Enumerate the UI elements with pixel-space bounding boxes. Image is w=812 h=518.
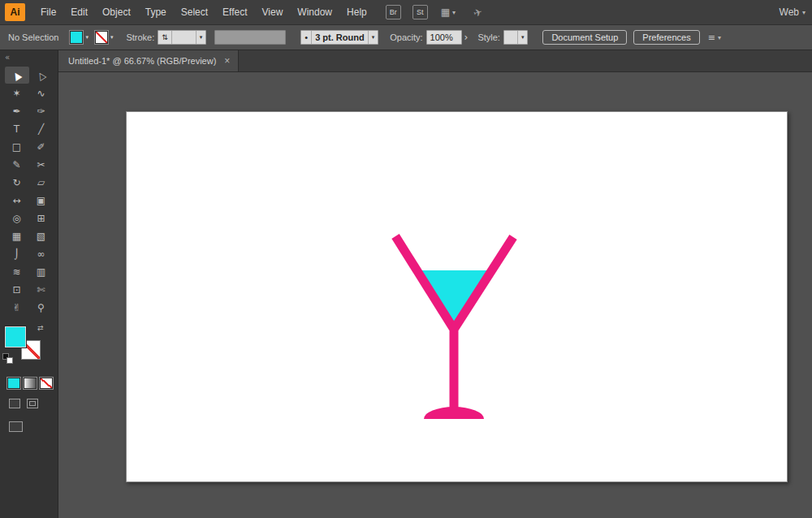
menu-item-help[interactable]: Help [339, 0, 374, 24]
document-tab[interactable]: Untitled-1* @ 66.67% (RGB/Preview) × [58, 50, 239, 71]
illustrator-logo-icon: Ai [5, 3, 25, 21]
opacity-input[interactable]: 100% [426, 30, 462, 45]
shape-builder-tool[interactable]: ◎ [5, 209, 29, 227]
gradient-button[interactable] [24, 378, 37, 389]
magic-wand-tool[interactable]: ✶ [5, 84, 29, 101]
stroke-weight-label: Stroke: [126, 32, 154, 42]
close-icon[interactable]: × [224, 56, 230, 66]
fill-color-swatch[interactable] [70, 31, 83, 44]
draw-normal-button[interactable] [9, 399, 20, 408]
scale-tool[interactable]: ▱ [29, 174, 54, 191]
none-button[interactable] [40, 378, 53, 389]
menu-item-type[interactable]: Type [138, 0, 174, 24]
chevron-down-icon[interactable]: ▾ [196, 31, 206, 44]
magic-wand-tool-icon: ✶ [12, 88, 20, 98]
menu-item-file[interactable]: File [33, 0, 63, 24]
curvature-tool[interactable]: ✑ [29, 102, 54, 119]
pen-tool[interactable]: ✒ [5, 102, 29, 119]
direct-selection-tool-icon: △ [35, 69, 46, 81]
selection-tool[interactable]: ▲ [5, 67, 29, 84]
align-icon: ≡ [708, 32, 715, 43]
fill-stroke-widget: ⇄ [0, 324, 58, 371]
collapse-panel-button[interactable]: « [0, 50, 58, 67]
pencil-tool[interactable]: ✎ [5, 156, 29, 173]
slice-tool-icon: ✄ [37, 285, 45, 295]
artboard-tool[interactable]: ⊡ [5, 281, 29, 298]
preferences-button[interactable]: Preferences [633, 30, 699, 45]
rectangle-tool[interactable]: □ [5, 138, 29, 155]
canvas-viewport[interactable] [58, 72, 812, 518]
illustrator-window: Ai FileEditObjectTypeSelectEffectViewWin… [0, 0, 812, 518]
artboard-tool-icon: ⊡ [12, 285, 20, 295]
glass-base[interactable] [424, 407, 484, 419]
workspace-switcher[interactable]: Web ▾ [780, 6, 807, 18]
menu-bar: Ai FileEditObjectTypeSelectEffectViewWin… [0, 0, 812, 24]
stroke-weight-spinner-icon[interactable]: ⇅ [158, 31, 171, 44]
opacity-panel-expander-icon[interactable]: › [464, 32, 469, 43]
type-tool[interactable]: T [5, 120, 29, 137]
align-options-control[interactable]: ≡ ▾ [708, 32, 721, 43]
curvature-tool-icon: ✑ [37, 106, 45, 116]
main-area: « ▲△✶∿✒✑T╱□✐✎✂↻▱↔▣◎⊞▦▧⌡∞≋▥⊡✄✌⚲ ⇄ [0, 50, 812, 518]
fill-proxy-swatch[interactable] [5, 326, 26, 347]
direct-selection-tool[interactable]: △ [29, 67, 54, 84]
stroke-weight-combo[interactable]: ⇅ ▾ [158, 30, 206, 45]
line-segment-tool[interactable]: ╱ [29, 120, 54, 137]
menu-items: FileEditObjectTypeSelectEffectViewWindow… [33, 0, 374, 24]
stock-button[interactable]: St [412, 5, 428, 19]
type-tool-icon: T [14, 124, 19, 134]
menu-item-select[interactable]: Select [174, 0, 215, 24]
rotate-tool-icon: ↻ [12, 178, 20, 188]
menu-item-window[interactable]: Window [290, 0, 339, 24]
gpu-performance-rocket-icon[interactable]: ✈ [472, 5, 484, 19]
graphic-style-combo[interactable]: ▾ [503, 30, 529, 45]
slice-tool[interactable]: ✄ [29, 281, 54, 298]
gradient-tool[interactable]: ▧ [29, 227, 54, 244]
menu-item-object[interactable]: Object [95, 0, 138, 24]
selection-status: No Selection [8, 32, 58, 42]
paintbrush-tool[interactable]: ✐ [29, 138, 54, 155]
swap-fill-stroke-icon[interactable]: ⇄ [37, 324, 44, 332]
free-transform-tool[interactable]: ▣ [29, 192, 54, 209]
stroke-weight-value[interactable] [171, 31, 196, 44]
menu-item-edit[interactable]: Edit [63, 0, 95, 24]
opacity-value: 100% [430, 32, 453, 42]
bridge-button[interactable]: Br [386, 5, 401, 19]
rotate-tool[interactable]: ↻ [5, 174, 29, 191]
menu-item-effect[interactable]: Effect [215, 0, 254, 24]
stroke-color-swatch[interactable] [95, 31, 108, 44]
perspective-grid-tool-icon: ⊞ [37, 214, 45, 223]
default-fill-stroke-icon[interactable] [2, 353, 14, 365]
menu-item-view[interactable]: View [255, 0, 291, 24]
fill-color-control[interactable]: ▾ [70, 31, 89, 44]
eyedropper-tool[interactable]: ⌡ [5, 245, 29, 262]
draw-behind-button[interactable] [27, 399, 38, 408]
blend-tool-icon: ∞ [37, 249, 45, 259]
scissors-tool[interactable]: ✂ [29, 156, 54, 173]
zoom-tool-icon: ⚲ [37, 303, 45, 313]
width-tool[interactable]: ↔ [5, 192, 29, 209]
perspective-grid-tool[interactable]: ⊞ [29, 209, 54, 227]
stroke-color-control[interactable]: ▾ [95, 31, 114, 44]
document-setup-button[interactable]: Document Setup [542, 30, 627, 45]
chevron-down-icon[interactable]: ▾ [517, 31, 528, 44]
control-bar: No Selection ▾ ▾ Stroke: ⇅ ▾ • 3 pt. Rou… [0, 24, 812, 50]
brush-definition-combo[interactable]: • 3 pt. Round ▾ [300, 30, 378, 45]
graphic-style-swatch[interactable] [504, 31, 517, 44]
martini-glass-artwork [127, 112, 788, 483]
artboard[interactable] [126, 111, 788, 482]
lasso-tool[interactable]: ∿ [29, 84, 54, 101]
blend-tool[interactable]: ∞ [29, 245, 54, 262]
zoom-tool[interactable]: ⚲ [29, 299, 54, 316]
hand-tool[interactable]: ✌ [5, 299, 29, 316]
chevron-down-icon: ▾ [718, 34, 721, 41]
mesh-tool[interactable]: ▦ [5, 227, 29, 244]
glass-stem[interactable] [450, 325, 459, 409]
chevron-down-icon[interactable]: ▾ [368, 31, 378, 44]
change-screen-mode-button[interactable] [9, 421, 23, 432]
column-graph-tool[interactable]: ▥ [29, 263, 54, 280]
color-button[interactable] [7, 378, 20, 389]
arrange-documents-button[interactable]: ▦ ▾ [441, 6, 456, 18]
symbol-sprayer-tool-icon: ≋ [12, 267, 20, 277]
symbol-sprayer-tool[interactable]: ≋ [5, 263, 29, 280]
